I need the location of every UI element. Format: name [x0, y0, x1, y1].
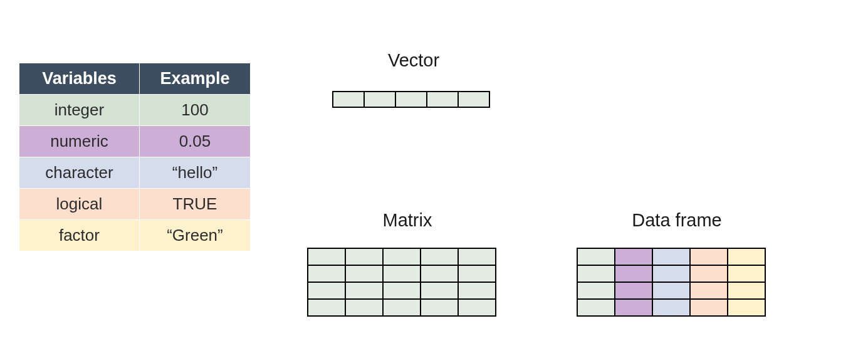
matrix-row: [308, 299, 496, 316]
matrix-row: [308, 248, 496, 265]
table-row-integer: integer 100: [19, 95, 251, 126]
cell-example-integer: 100: [139, 95, 250, 126]
dataframe-cell: [652, 282, 690, 299]
matrix-cell: [458, 265, 496, 282]
cell-variable-numeric: numeric: [19, 126, 140, 157]
cell-example-character: “hello”: [139, 157, 250, 189]
matrix-cell: [383, 282, 421, 299]
dataframe-cell: [615, 282, 652, 299]
dataframe-cell: [652, 248, 690, 265]
dataframe-cell: [615, 299, 652, 316]
dataframe-row: [577, 248, 765, 265]
dataframe-cell: [690, 282, 728, 299]
variable-types-table: Variables Example integer 100 numeric 0.…: [19, 63, 251, 251]
dataframe-cell: [690, 265, 728, 282]
dataframe-cell: [577, 282, 615, 299]
vector-cell: [458, 92, 489, 107]
dataframe-cell: [652, 265, 690, 282]
label-dataframe: Data frame: [614, 210, 740, 231]
vector-cell: [427, 92, 458, 107]
matrix-cell: [345, 282, 383, 299]
cell-variable-factor: factor: [19, 220, 140, 251]
diagram-stage: Variables Example integer 100 numeric 0.…: [0, 0, 868, 358]
dataframe-row: [577, 282, 765, 299]
dataframe-cell: [615, 248, 652, 265]
table-row-character: character “hello”: [19, 157, 251, 189]
cell-variable-integer: integer: [19, 95, 140, 126]
table-row-factor: factor “Green”: [19, 220, 251, 251]
table-row-numeric: numeric 0.05: [19, 126, 251, 157]
dataframe-cell: [728, 282, 765, 299]
matrix-cell: [421, 282, 458, 299]
dataframe-cell: [690, 299, 728, 316]
vector-cell: [395, 92, 427, 107]
dataframe-cell: [690, 248, 728, 265]
matrix-cell: [383, 299, 421, 316]
matrix-cell: [458, 282, 496, 299]
matrix-cell: [458, 248, 496, 265]
cell-example-numeric: 0.05: [139, 126, 250, 157]
dataframe-cell: [577, 299, 615, 316]
cell-example-factor: “Green”: [139, 220, 250, 251]
matrix-cell: [421, 265, 458, 282]
dataframe-cell: [615, 265, 652, 282]
table-header-example: Example: [139, 63, 250, 95]
matrix-cell: [421, 248, 458, 265]
dataframe-cell: [577, 248, 615, 265]
dataframe-cell: [728, 299, 765, 316]
matrix-cell: [345, 248, 383, 265]
dataframe-cell: [728, 265, 765, 282]
table-header-row: Variables Example: [19, 63, 251, 95]
matrix-diagram: [307, 248, 496, 317]
vector-row: [333, 92, 489, 107]
dataframe-cell: [652, 299, 690, 316]
matrix-cell: [308, 282, 345, 299]
matrix-cell: [308, 265, 345, 282]
cell-variable-character: character: [19, 157, 140, 189]
vector-cell: [333, 92, 364, 107]
dataframe-diagram: [577, 248, 766, 317]
matrix-cell: [308, 248, 345, 265]
table-header-variables: Variables: [19, 63, 140, 95]
matrix-cell: [383, 265, 421, 282]
dataframe-cell: [728, 248, 765, 265]
vector-cell: [364, 92, 395, 107]
vector-diagram: [332, 91, 490, 108]
matrix-row: [308, 282, 496, 299]
matrix-row: [308, 265, 496, 282]
dataframe-row: [577, 265, 765, 282]
table-row-logical: logical TRUE: [19, 189, 251, 220]
matrix-cell: [458, 299, 496, 316]
dataframe-cell: [577, 265, 615, 282]
matrix-cell: [308, 299, 345, 316]
label-matrix: Matrix: [370, 210, 445, 231]
cell-variable-logical: logical: [19, 189, 140, 220]
matrix-cell: [345, 299, 383, 316]
cell-example-logical: TRUE: [139, 189, 250, 220]
matrix-cell: [383, 248, 421, 265]
matrix-cell: [421, 299, 458, 316]
matrix-cell: [345, 265, 383, 282]
label-vector: Vector: [376, 50, 451, 71]
dataframe-row: [577, 299, 765, 316]
